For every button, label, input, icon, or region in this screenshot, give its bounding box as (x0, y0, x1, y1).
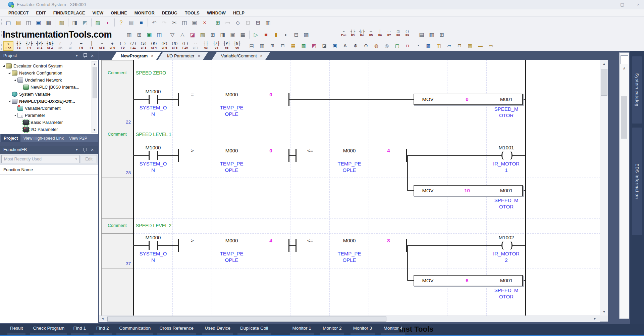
coil-icon[interactable] (501, 241, 506, 250)
panel-menu-icon[interactable]: ▼ (74, 146, 80, 154)
coil-nc-tool[interactable]: (/)F11 (128, 41, 138, 51)
side-tab-system-catalog[interactable]: System catalog (632, 56, 642, 124)
close-project-icon[interactable]: ◫ (24, 18, 33, 27)
minimize-button[interactable]: — (596, 1, 608, 8)
menu-item-edit[interactable]: EDIT (32, 11, 49, 15)
monitor1-icon[interactable]: ▢ (393, 42, 401, 50)
or-contact-p-tool[interactable]: ╡P╞c5 (222, 41, 232, 51)
tab-close-icon[interactable]: × (198, 54, 200, 58)
copy-icon[interactable]: ◫ (180, 18, 189, 27)
table-view-icon[interactable]: ⊞ (135, 31, 144, 39)
select-tool[interactable]: ↖Esc (3, 41, 13, 51)
menu-item-view[interactable]: VIEW (89, 11, 107, 15)
comment-row-margin[interactable]: Comment (101, 70, 133, 75)
tree-item-i-o-parameter[interactable]: I/O Parameter (20, 126, 58, 133)
status-tab-monitor-4[interactable]: Monitor 4 (381, 324, 405, 335)
tree-expander-icon[interactable] (8, 72, 10, 74)
fkey-f6[interactable]: │F6 (376, 30, 384, 39)
run-icon[interactable]: ▷ (252, 31, 260, 39)
tree-item-escalator-control-system[interactable]: Escalator Control System (3, 62, 63, 69)
cmt-view-icon[interactable]: ▥ (427, 31, 436, 39)
reset-icon[interactable]: ◐ (282, 31, 290, 39)
coil-tool[interactable]: ( )F9 (118, 41, 128, 51)
panel-menu-icon[interactable]: ▼ (74, 52, 80, 60)
delete-line-icon[interactable]: ▥ (258, 42, 266, 50)
tree-item-newplc-xbc-dxxxe-off-[interactable]: NewPLC(XBC-DxxxE)-Off... (8, 98, 75, 105)
right-scroll-strip[interactable]: ∧ (619, 52, 629, 319)
library-icon[interactable]: ◩ (80, 18, 89, 27)
sys-icon[interactable]: ⊡ (455, 42, 464, 50)
text-a-icon[interactable]: A (341, 42, 350, 50)
menu-item-debug[interactable]: DEBUG (158, 11, 181, 15)
user2-icon[interactable]: ◎ (382, 42, 391, 50)
rung-comment[interactable]: SPEED ZERO (136, 70, 166, 76)
panel-tab-view-p2p[interactable]: View P2P (66, 134, 90, 142)
pin-icon[interactable] (84, 53, 87, 57)
fb-tool[interactable]: (F)F10 (180, 41, 190, 51)
coil-p-tool[interactable]: (P)sF5 (159, 41, 169, 51)
last-icon[interactable]: ▭ (486, 42, 495, 50)
delete-icon[interactable]: × (200, 18, 209, 27)
coil-n-tool[interactable]: (N)sF6 (170, 41, 180, 51)
label-icon[interactable]: ▧ (299, 42, 308, 50)
block-icon[interactable]: ▭ (223, 18, 232, 27)
io-table-icon[interactable]: ⊞ (208, 31, 217, 39)
tree-expander-icon[interactable] (14, 114, 16, 116)
status-tab-used-device[interactable]: Used Device (202, 324, 233, 335)
contact-icon[interactable] (149, 95, 150, 104)
link-icon[interactable]: ⊟ (292, 31, 301, 39)
block-tool[interactable]: ▭sF7 (191, 41, 201, 51)
coil-icon[interactable] (508, 241, 513, 250)
side-tab-eds-information[interactable]: EDS information (632, 128, 642, 235)
paste-special-icon[interactable]: ▧ (57, 18, 66, 27)
tool-icon[interactable]: ▬ (476, 42, 485, 50)
module-icon[interactable]: ◨ (218, 31, 227, 39)
or-contact-nc-tool[interactable]: ╡/╞c4 (211, 41, 221, 51)
var-view-icon[interactable]: ▤ (417, 31, 426, 39)
memory-icon[interactable]: ▦ (238, 31, 247, 39)
fkey-f3[interactable]: ┤├F3 (348, 30, 357, 39)
comment-icon[interactable]: ▦ (289, 42, 298, 50)
editor-horizontal-scrollbar[interactable]: ◄ ► (99, 316, 600, 322)
monitor2-icon[interactable]: ◘ (403, 42, 412, 50)
insert-cell-icon[interactable]: ⊞ (268, 42, 277, 50)
tab-close-icon[interactable]: × (151, 54, 153, 58)
menu-item-online[interactable]: ONLINE (107, 11, 130, 15)
print-setup-icon[interactable]: ◨ (70, 18, 79, 27)
rising-tool[interactable]: ↱aR (55, 41, 65, 51)
status-tab-duplicate-coil[interactable]: Duplicate Coil (237, 324, 271, 335)
status-tab-monitor-2[interactable]: Monitor 2 (320, 324, 344, 335)
monitor-matrix-icon[interactable]: ▨ (94, 18, 102, 27)
close-button[interactable]: × (633, 1, 644, 8)
upload-icon[interactable]: △ (178, 31, 187, 39)
fkey-f7[interactable]: ▭F7 (385, 30, 393, 39)
pin-icon[interactable] (84, 148, 87, 151)
status-tab-check-program[interactable]: Check Program (30, 324, 67, 335)
tree-expander-icon[interactable] (3, 65, 5, 67)
or-contact-n-tool[interactable]: ╡N╞c6 (232, 41, 242, 51)
contact-icon[interactable] (157, 241, 158, 250)
panel-close-icon[interactable]: × (89, 52, 95, 60)
memo-icon[interactable]: ▤ (127, 18, 136, 27)
panel-tab-view-high-speed-link[interactable]: View High-speed Link (20, 134, 66, 142)
contact-n-tool[interactable]: ┤N├sF2 (45, 41, 55, 51)
chip-icon[interactable]: ▣ (228, 31, 237, 39)
cut-icon[interactable]: ✂ (170, 18, 179, 27)
tree-item-parameter[interactable]: Parameter (14, 112, 45, 119)
device-view-icon[interactable]: ▥ (125, 31, 133, 39)
status-tab-communication[interactable]: Communication (116, 324, 153, 335)
tree-item-undefined-network[interactable]: Undefined Network (14, 77, 62, 84)
tab-close-icon[interactable]: × (260, 54, 263, 58)
menu-item-tools[interactable]: TOOLS (181, 11, 203, 15)
tab-variable-comment[interactable]: Variable/Comment× (212, 52, 271, 60)
clipboard-icon[interactable]: ▧ (198, 31, 207, 39)
status-tab-find-1[interactable]: Find 1 (71, 324, 89, 335)
print-icon[interactable]: ▦ (44, 18, 53, 27)
paste-icon[interactable]: ▣ (190, 18, 199, 27)
bookmark-icon[interactable]: ◩ (310, 42, 318, 50)
coil-icon[interactable] (501, 151, 506, 160)
eds-icon[interactable]: ▨ (424, 42, 433, 50)
fkey-esc[interactable]: ⌐Esc (339, 30, 348, 39)
user1-icon[interactable]: ◍ (372, 42, 381, 50)
hline-tool[interactable]: ─F5 (76, 41, 86, 51)
